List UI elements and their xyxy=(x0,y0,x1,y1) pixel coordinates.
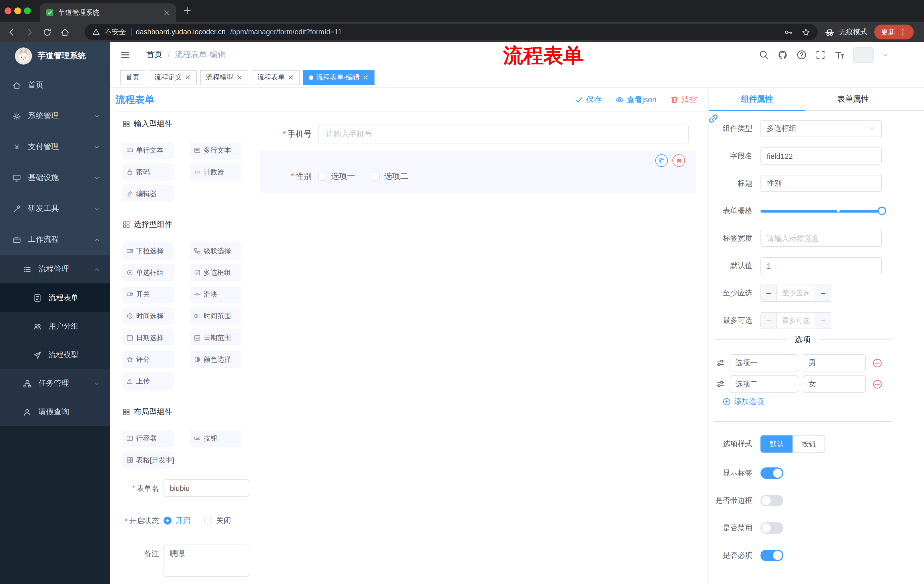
search-icon[interactable] xyxy=(759,50,769,60)
save-button[interactable]: 保存 xyxy=(575,95,602,105)
remove-option-icon[interactable] xyxy=(873,379,882,389)
sidebar-item-workflow[interactable]: 工作流程 xyxy=(0,224,110,255)
zoom-window-button[interactable] xyxy=(24,7,31,14)
browser-tab[interactable]: 芋道管理系统 xyxy=(40,3,176,22)
update-button[interactable]: 更新 xyxy=(874,25,914,39)
sidebar-item-model[interactable]: 流程模型 xyxy=(0,341,110,369)
switch-1[interactable] xyxy=(761,495,783,506)
sidebar-item-process[interactable]: 流程管理 xyxy=(0,255,110,283)
sidebar-item-person[interactable]: 请假查询 xyxy=(0,398,110,426)
sidebar-collapse-icon[interactable] xyxy=(120,50,130,60)
fullscreen-icon[interactable] xyxy=(815,50,826,60)
sidebar-item-yen[interactable]: ¥支付管理 xyxy=(0,132,110,162)
minimize-window-button[interactable] xyxy=(14,7,21,14)
tab-close-icon[interactable] xyxy=(363,74,369,81)
slider-track[interactable] xyxy=(761,209,882,212)
status-off-radio[interactable]: 关闭 xyxy=(204,515,231,526)
palette-item-time-range[interactable]: 时间范围 xyxy=(190,308,241,324)
option-style-button[interactable]: 按钮 xyxy=(792,436,825,452)
palette-item-upload[interactable]: 上传 xyxy=(122,373,174,390)
page-tab-2[interactable]: 流程定义 xyxy=(148,70,197,85)
palette-item-row[interactable]: 行容器 xyxy=(122,430,174,447)
palette-item-password[interactable]: 密码 xyxy=(122,163,174,181)
avatar[interactable] xyxy=(853,47,874,63)
decrease-button[interactable] xyxy=(761,313,777,329)
option-label-input[interactable] xyxy=(729,354,798,372)
palette-item-input[interactable]: 单行文本 xyxy=(122,142,174,159)
gender-field-selected[interactable]: 性别 选项一 选项二 xyxy=(260,150,696,193)
switch-2[interactable] xyxy=(761,522,783,534)
page-tab-1[interactable]: 首页 xyxy=(120,70,145,85)
title-input[interactable] xyxy=(761,175,882,192)
url-bar[interactable]: 不安全 dashboard.yudao.iocoder.cn/bpm/manag… xyxy=(85,24,818,40)
palette-item-color[interactable]: 颜色选择 xyxy=(190,351,241,368)
palette-item-table[interactable]: 表格[开发中] xyxy=(122,451,174,469)
reload-button[interactable] xyxy=(42,27,52,37)
browser-menu-icon[interactable] xyxy=(899,28,907,36)
palette-item-time[interactable]: 时间选择 xyxy=(122,308,174,324)
palette-item-checkbox[interactable]: 多选框组 xyxy=(190,264,241,281)
delete-field-button[interactable] xyxy=(672,154,685,167)
palette-item-date-range[interactable]: 日期范围 xyxy=(190,329,241,346)
tab-close-icon[interactable] xyxy=(163,9,170,16)
page-tab-4[interactable]: 流程表单 xyxy=(252,70,300,85)
palette-item-editor[interactable]: 编辑器 xyxy=(122,185,174,202)
sidebar-item-infra[interactable]: 基础设施 xyxy=(0,162,110,193)
phone-input[interactable] xyxy=(318,125,689,143)
switch-3[interactable] xyxy=(761,550,783,561)
back-button[interactable] xyxy=(7,27,16,37)
tab-close-icon[interactable] xyxy=(236,74,243,81)
view-json-button[interactable]: 查看json xyxy=(615,95,657,105)
sidebar-item-users[interactable]: 用户分组 xyxy=(0,312,110,341)
page-tab-3[interactable]: 流程模型 xyxy=(200,70,248,85)
palette-item-rate[interactable]: 评分 xyxy=(122,351,174,368)
tab-close-icon[interactable] xyxy=(288,74,294,81)
close-window-button[interactable] xyxy=(5,7,12,14)
palette-item-button[interactable]: 按钮 xyxy=(190,430,241,447)
bookmark-star-icon[interactable] xyxy=(802,28,810,36)
palette-item-date[interactable]: 日期选择 xyxy=(122,329,174,346)
palette-item-textarea[interactable]: 多行文本 xyxy=(190,142,241,159)
breadcrumb-home[interactable]: 首页 xyxy=(146,50,162,60)
clear-button[interactable]: 清空 xyxy=(670,95,697,105)
component-type-select[interactable]: 多选框组 xyxy=(761,120,882,137)
max-select-value[interactable]: 最多可选 xyxy=(777,313,815,329)
copy-field-button[interactable] xyxy=(655,154,668,167)
field-name-input[interactable] xyxy=(761,147,882,165)
palette-item-select[interactable]: 下拉选择 xyxy=(122,242,174,260)
palette-item-cascader[interactable]: 级联选择 xyxy=(190,242,241,260)
palette-item-radio[interactable]: 单选框组 xyxy=(122,264,174,281)
remove-option-icon[interactable] xyxy=(873,358,882,368)
forward-button[interactable] xyxy=(25,27,34,37)
form-remark-textarea[interactable]: 嘿嘿 xyxy=(163,545,249,577)
tab-form-props[interactable]: 表单属性 xyxy=(805,88,901,110)
checkbox-icon[interactable] xyxy=(372,172,380,180)
decrease-button[interactable] xyxy=(761,285,777,301)
default-value-input[interactable] xyxy=(761,257,882,274)
password-manager-icon[interactable] xyxy=(784,28,792,36)
sidebar-item-task[interactable]: 任务管理 xyxy=(0,369,110,398)
sidebar-item-home[interactable]: 首页 xyxy=(0,70,110,100)
slider-handle[interactable] xyxy=(878,207,886,215)
sidebar-item-form[interactable]: 流程表单 xyxy=(0,283,110,312)
gender-option-2[interactable]: 选项二 xyxy=(372,171,408,181)
option-value-input[interactable] xyxy=(803,354,866,372)
not-secure-icon[interactable] xyxy=(92,28,100,36)
increase-button[interactable] xyxy=(815,285,831,301)
sidebar-item-tool[interactable]: 研发工具 xyxy=(0,193,110,224)
tab-close-icon[interactable] xyxy=(185,74,191,81)
switch-0[interactable] xyxy=(761,467,783,479)
link-icon[interactable] xyxy=(708,113,719,124)
browser-home-button[interactable] xyxy=(60,27,70,37)
tab-component-props[interactable]: 组件属性 xyxy=(709,88,805,110)
status-on-radio[interactable]: 开启 xyxy=(163,515,190,526)
increase-button[interactable] xyxy=(815,313,831,329)
grid-slider[interactable] xyxy=(761,202,882,219)
avatar-caret-icon[interactable] xyxy=(882,52,889,58)
add-option-button[interactable]: 添加选项 xyxy=(723,396,924,407)
palette-item-slider[interactable]: 滑块 xyxy=(190,286,241,303)
option-style-default[interactable]: 默认 xyxy=(761,436,792,452)
min-select-value[interactable]: 至少应选 xyxy=(777,285,815,301)
checkbox-icon[interactable] xyxy=(318,172,327,180)
option-value-input[interactable] xyxy=(803,375,866,393)
